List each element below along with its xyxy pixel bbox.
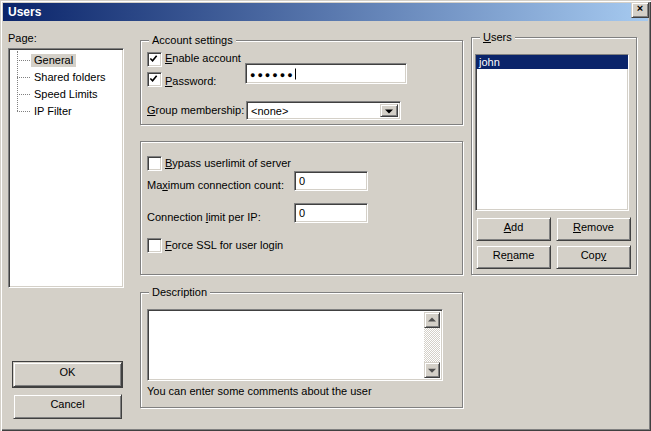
scroll-up-icon <box>428 318 436 322</box>
page-tree-item-ip-filter[interactable]: IP Filter <box>9 103 123 120</box>
ip-limit-value: 0 <box>299 207 305 219</box>
dropdown-arrow-button[interactable] <box>380 104 398 117</box>
account-settings-group-label: Account settings <box>149 34 236 47</box>
users-dialog-window: Users × Page: General Shared folders Spe… <box>0 0 651 431</box>
max-connections-value: 0 <box>299 175 305 187</box>
password-value: ●●●●●● <box>250 69 295 79</box>
users-group-label: Users <box>480 31 515 44</box>
group-membership-label: Group membership: <box>147 104 244 117</box>
ip-limit-input[interactable]: 0 <box>294 203 368 223</box>
account-settings-group: Account settings Enable account Password… <box>140 40 463 125</box>
bypass-userlimit-label: Bypass userlimit of server <box>165 157 291 170</box>
page-tree[interactable]: General Shared folders Speed Limits IP F… <box>8 48 124 288</box>
password-label: Password: <box>165 75 216 88</box>
page-label: Page: <box>8 32 37 45</box>
connection-limits-group: Bypass userlimit of server Maximum conne… <box>140 141 463 275</box>
bypass-userlimit-checkbox[interactable] <box>147 156 162 171</box>
description-group-label: Description <box>149 286 210 299</box>
add-user-button[interactable]: Add <box>476 217 551 241</box>
description-group: Description You can enter some comments … <box>140 292 463 408</box>
users-list[interactable]: john <box>475 54 629 211</box>
max-connections-input[interactable]: 0 <box>294 171 368 191</box>
close-button[interactable]: × <box>631 2 649 18</box>
force-ssl-checkbox[interactable] <box>147 238 162 253</box>
scroll-down-icon <box>428 369 436 373</box>
chevron-down-icon <box>385 109 393 113</box>
description-hint: You can enter some comments about the us… <box>147 385 372 398</box>
enable-account-checkbox[interactable] <box>147 52 162 67</box>
users-group: Users john Add Remove Rename Copy <box>471 37 637 275</box>
password-checkbox[interactable] <box>147 72 162 87</box>
cancel-button[interactable]: Cancel <box>13 394 122 419</box>
check-icon <box>149 54 158 63</box>
force-ssl-label: Force SSL for user login <box>165 239 283 252</box>
title-bar[interactable]: Users <box>3 3 648 21</box>
password-input[interactable]: ●●●●●● <box>245 63 407 84</box>
page-tree-item-general[interactable]: General <box>9 52 123 69</box>
description-scrollbar[interactable] <box>424 312 440 378</box>
remove-user-button[interactable]: Remove <box>556 217 631 241</box>
scrollbar-track[interactable] <box>424 328 440 362</box>
group-membership-dropdown[interactable]: <none> <box>246 101 401 120</box>
page-tree-item-speed-limits[interactable]: Speed Limits <box>9 86 123 103</box>
copy-user-button[interactable]: Copy <box>556 245 631 269</box>
max-connections-label: Maximum connection count: <box>147 179 284 192</box>
close-icon: × <box>637 2 643 14</box>
page-tree-item-shared-folders[interactable]: Shared folders <box>9 69 123 86</box>
text-caret <box>295 68 296 79</box>
description-textarea[interactable] <box>147 309 443 381</box>
check-icon <box>149 74 158 83</box>
user-list-item-john[interactable]: john <box>476 55 628 69</box>
enable-account-label: Enable account <box>165 52 241 65</box>
ok-button[interactable]: OK <box>13 362 122 387</box>
scroll-down-button[interactable] <box>424 362 440 378</box>
scroll-up-button[interactable] <box>424 312 440 328</box>
window-title: Users <box>8 5 41 19</box>
group-membership-value: <none> <box>251 105 288 117</box>
rename-user-button[interactable]: Rename <box>476 245 551 269</box>
ip-limit-label: Connection limit per IP: <box>147 211 261 224</box>
